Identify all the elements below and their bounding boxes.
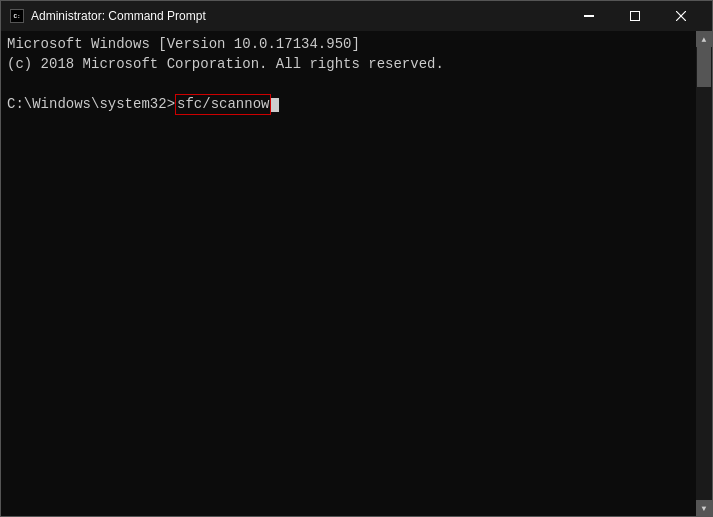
close-button[interactable] xyxy=(658,1,704,31)
minimize-icon xyxy=(584,11,594,21)
terminal-content[interactable]: Microsoft Windows [Version 10.0.17134.95… xyxy=(1,31,696,516)
svg-rect-1 xyxy=(631,12,640,21)
maximize-button[interactable] xyxy=(612,1,658,31)
window-controls xyxy=(566,1,704,31)
terminal-cursor xyxy=(271,98,279,112)
terminal-line-2: (c) 2018 Microsoft Corporation. All righ… xyxy=(7,55,690,75)
terminal-prompt-line: C:\Windows\system32>sfc/scannow xyxy=(7,94,690,116)
scrollbar-down-arrow[interactable]: ▼ xyxy=(696,500,712,516)
terminal-prompt: C:\Windows\system32> xyxy=(7,95,175,115)
cmd-icon xyxy=(10,9,24,23)
app-icon xyxy=(9,8,25,24)
cmd-window: Administrator: Command Prompt xyxy=(0,0,713,517)
scrollbar: ▲ ▼ xyxy=(696,31,712,516)
svg-rect-0 xyxy=(584,16,594,17)
scrollbar-up-arrow[interactable]: ▲ xyxy=(696,31,712,47)
maximize-icon xyxy=(630,11,640,21)
title-bar: Administrator: Command Prompt xyxy=(1,1,712,31)
scrollbar-thumb[interactable] xyxy=(697,47,711,87)
close-icon xyxy=(676,11,686,21)
terminal-command: sfc/scannow xyxy=(175,94,271,116)
terminal-body: Microsoft Windows [Version 10.0.17134.95… xyxy=(1,31,712,516)
minimize-button[interactable] xyxy=(566,1,612,31)
scrollbar-track xyxy=(696,47,712,500)
title-bar-left: Administrator: Command Prompt xyxy=(9,8,206,24)
terminal-line-3 xyxy=(7,74,690,94)
terminal-line-1: Microsoft Windows [Version 10.0.17134.95… xyxy=(7,35,690,55)
window-title: Administrator: Command Prompt xyxy=(31,9,206,23)
